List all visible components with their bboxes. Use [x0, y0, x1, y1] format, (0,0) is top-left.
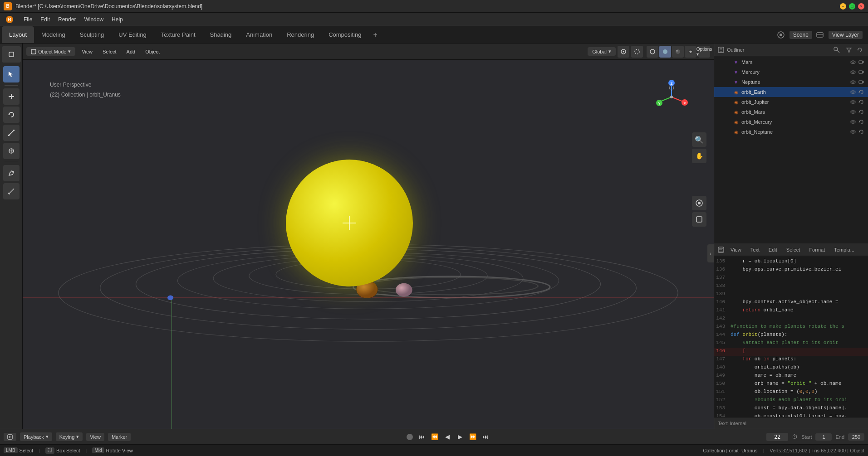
orbit-neptune-anim[interactable] — [858, 129, 864, 135]
measure-tool[interactable] — [3, 183, 20, 199]
sidebar-collapse-button[interactable]: › — [707, 244, 714, 262]
mode-button[interactable] — [2, 46, 21, 63]
scene-area[interactable]: User Perspective (22) Collection | orbit… — [23, 60, 714, 429]
neptune-visibility[interactable] — [850, 79, 856, 85]
material-preview-button[interactable] — [672, 46, 684, 58]
viewlayer-icon[interactable] — [816, 31, 824, 39]
orbit-neptune-visibility[interactable] — [850, 129, 856, 135]
close-button[interactable]: × — [858, 3, 864, 10]
tab-layout[interactable]: Layout — [2, 26, 34, 43]
playback-button[interactable]: Playback ▾ — [20, 432, 52, 441]
tab-sculpting[interactable]: Sculpting — [73, 26, 111, 43]
menu-file[interactable]: File — [20, 15, 36, 24]
orbit-jupiter-visibility[interactable] — [850, 99, 856, 105]
view-menu[interactable]: View — [78, 48, 96, 56]
rotate-tool[interactable] — [3, 107, 20, 123]
play-reverse-button[interactable]: ◀ — [442, 432, 453, 442]
gizmo-button[interactable] — [692, 212, 706, 227]
viewport[interactable]: Object Mode ▾ View Select Add Object Glo… — [23, 44, 714, 429]
axis-gizmo[interactable]: Z X Y — [655, 80, 689, 114]
orbit-mercury-visibility[interactable] — [850, 119, 856, 125]
current-frame-input[interactable] — [766, 433, 788, 441]
rendered-button[interactable] — [685, 46, 696, 58]
wireframe-button[interactable] — [647, 46, 658, 58]
tab-texturepaint[interactable]: Texture Paint — [154, 26, 203, 43]
outliner-filter-button[interactable] — [844, 45, 853, 54]
add-menu[interactable]: Add — [123, 48, 139, 56]
outliner-item-orbit-jupiter[interactable]: ◉ orbit_Jupiter — [714, 97, 868, 107]
orbit-mars-anim[interactable] — [858, 109, 864, 115]
outliner-item-orbit-mercury[interactable]: ◉ orbit_Mercury — [714, 117, 868, 127]
outliner-item-orbit-mars[interactable]: ◉ orbit_Mars — [714, 107, 868, 117]
view-layer-name[interactable]: View Layer — [829, 31, 863, 39]
marker-button[interactable]: Marker — [108, 433, 131, 441]
orbit-earth-anim[interactable] — [858, 89, 864, 95]
end-frame-value[interactable]: 250 — [848, 433, 864, 441]
neptune-camera[interactable] — [858, 79, 864, 85]
scene-name[interactable]: Scene — [790, 31, 812, 39]
keying-button[interactable]: Keying ▾ — [56, 432, 83, 441]
template-menu[interactable]: Templa... — [831, 246, 857, 253]
annotate-tool[interactable] — [3, 165, 20, 181]
menu-window[interactable]: Window — [80, 15, 107, 24]
outliner-sync-button[interactable] — [855, 45, 864, 54]
select-menu[interactable]: Select — [99, 48, 120, 56]
prev-keyframe-button[interactable]: ⏪ — [429, 432, 440, 442]
orbit-mars-visibility[interactable] — [850, 109, 856, 115]
outliner-item-mars[interactable]: ▼ Mars — [714, 57, 868, 67]
scene-icon[interactable] — [777, 31, 785, 39]
add-workspace-button[interactable]: + — [368, 26, 382, 43]
mercury-visibility[interactable] — [850, 69, 856, 75]
timeline-editor-button[interactable] — [4, 433, 16, 441]
maximize-button[interactable]: □ — [849, 3, 855, 10]
tab-shading[interactable]: Shading — [203, 26, 239, 43]
solid-button[interactable] — [659, 46, 671, 58]
snap-button[interactable] — [618, 46, 629, 58]
mars-camera[interactable] — [858, 59, 864, 65]
text-menu[interactable]: Text — [748, 246, 762, 253]
tab-animation[interactable]: Animation — [239, 26, 280, 43]
mercury-camera[interactable] — [858, 69, 864, 75]
menu-edit[interactable]: Edit — [37, 15, 54, 24]
tab-rendering[interactable]: Rendering — [280, 26, 321, 43]
jump-end-button[interactable]: ⏭ — [480, 432, 491, 442]
tab-uvediting[interactable]: UV Editing — [111, 26, 153, 43]
tab-modeling[interactable]: Modeling — [34, 26, 73, 43]
tab-compositing[interactable]: Compositing — [321, 26, 368, 43]
record-button[interactable] — [407, 434, 413, 440]
mars-visibility[interactable] — [850, 59, 856, 65]
menu-render[interactable]: Render — [54, 15, 79, 24]
orbit-mercury-anim[interactable] — [858, 119, 864, 125]
options-button[interactable]: Options ▾ — [698, 46, 710, 58]
view-timeline-button[interactable]: View — [86, 433, 104, 441]
menu-help[interactable]: Help — [108, 15, 127, 24]
overlay-button[interactable] — [692, 196, 706, 210]
select-menu-code[interactable]: Select — [784, 246, 803, 253]
object-mode-button[interactable]: Object Mode ▾ — [26, 47, 75, 56]
orbit-jupiter-anim[interactable] — [858, 99, 864, 105]
format-menu[interactable]: Format — [806, 246, 828, 253]
menu-blender[interactable]: B — [2, 14, 19, 25]
edit-menu-code[interactable]: Edit — [766, 246, 780, 253]
proportional-edit-button[interactable] — [631, 46, 643, 58]
transform-orientation[interactable]: Global ▾ — [588, 47, 616, 56]
code-body[interactable]: 135 r = ob.location[0] 136 bpy.ops.curve… — [714, 256, 868, 417]
view-menu-code[interactable]: View — [728, 246, 744, 253]
start-frame-value[interactable]: 1 — [815, 433, 832, 441]
outliner-item-neptune[interactable]: ▼ Neptune — [714, 77, 868, 87]
orbit-earth-visibility[interactable] — [850, 89, 856, 95]
object-menu[interactable]: Object — [142, 48, 163, 56]
outliner-search-icon[interactable] — [834, 47, 840, 53]
jump-start-button[interactable]: ⏮ — [417, 432, 427, 442]
scale-tool[interactable] — [3, 125, 20, 141]
outliner-item-mercury[interactable]: ▼ Mercury — [714, 67, 868, 77]
select-tool[interactable] — [3, 66, 20, 82]
next-keyframe-button[interactable]: ⏩ — [467, 432, 478, 442]
grab-button[interactable]: ✋ — [692, 149, 706, 163]
play-button[interactable]: ▶ — [455, 432, 466, 442]
zoom-in-button[interactable]: 🔍 — [692, 132, 706, 147]
outliner-item-orbit-neptune[interactable]: ◉ orbit_Neptune — [714, 127, 868, 137]
move-tool[interactable] — [3, 88, 20, 105]
transform-tool[interactable] — [3, 143, 20, 159]
outliner-item-orbit-earth[interactable]: ◉ orbit_Earth — [714, 87, 868, 97]
